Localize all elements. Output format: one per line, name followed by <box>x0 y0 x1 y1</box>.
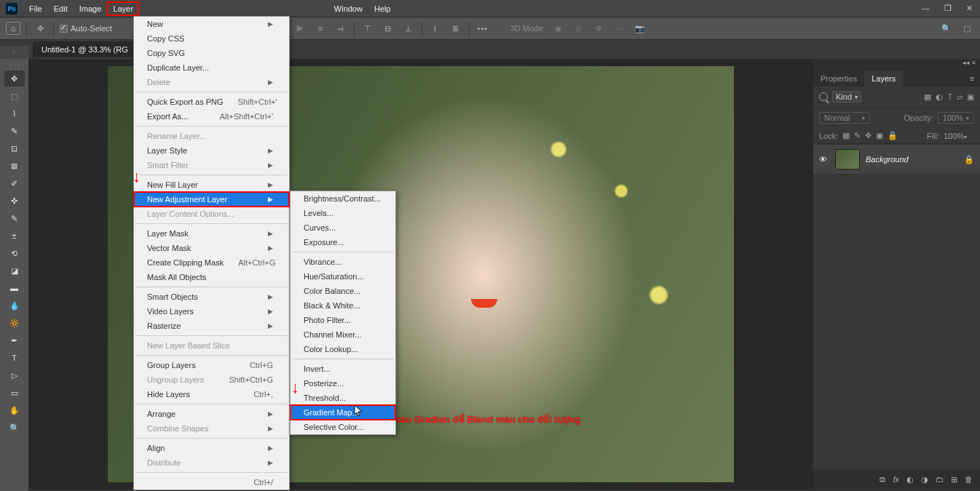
eraser-tool[interactable]: ◪ <box>4 263 25 279</box>
dodge-tool[interactable]: 🔆 <box>4 315 25 331</box>
align-right-icon[interactable]: ⫤ <box>333 21 348 36</box>
blend-mode-dropdown[interactable]: Normal▾ <box>819 112 870 124</box>
submenu-item-invert-[interactable]: Invert... <box>291 362 395 376</box>
crop-tool[interactable]: ⊡ <box>4 140 25 156</box>
distribute-v-icon[interactable]: ≣ <box>448 21 463 36</box>
home-button[interactable]: ⌂ <box>6 22 20 35</box>
menu-window[interactable]: Window <box>328 1 368 16</box>
document-tab[interactable]: Untitled-1 @ 33.3% (RG <box>33 41 138 57</box>
submenu-item-color-lookup-[interactable]: Color Lookup... <box>291 342 395 356</box>
align-top-icon[interactable]: ⊤ <box>360 21 375 36</box>
eyedropper-tool[interactable]: ✐ <box>4 175 25 191</box>
menu-item-export-as-[interactable]: Export As...Alt+Shift+Ctrl+' <box>134 109 289 124</box>
3d-roll-icon[interactable]: ◎ <box>572 21 586 36</box>
menu-item-align[interactable]: Align▶ <box>134 441 289 455</box>
history-brush-tool[interactable]: ⟲ <box>4 245 25 261</box>
brush-tool[interactable]: ✎ <box>4 210 25 226</box>
menu-item-create-clipping-mask[interactable]: Create Clipping MaskAlt+Ctrl+G <box>134 255 289 270</box>
3d-camera-icon[interactable]: 📷 <box>633 21 647 36</box>
submenu-item-channel-mixer-[interactable]: Channel Mixer... <box>291 327 395 342</box>
opacity-input[interactable]: 100%▾ <box>938 112 974 124</box>
marquee-tool[interactable]: ⬚ <box>4 88 25 104</box>
lock-artboard-icon[interactable]: ▣ <box>876 131 883 140</box>
tab-layers[interactable]: Layers <box>864 71 903 87</box>
tab-properties[interactable]: Properties <box>813 71 864 87</box>
menu-item-new-fill-layer[interactable]: New Fill Layer▶ <box>134 177 289 192</box>
auto-select-checkbox[interactable]: Auto-Select <box>60 24 112 33</box>
fill-input[interactable]: 100%▾ <box>944 132 974 140</box>
new-layer-icon[interactable]: ⊞ <box>951 475 957 484</box>
shape-tool[interactable]: ▭ <box>4 385 25 401</box>
align-center-h-icon[interactable]: ≡ <box>313 21 328 36</box>
distribute-h-icon[interactable]: ⫴ <box>428 21 443 36</box>
menu-help[interactable]: Help <box>368 1 397 16</box>
menu-item-rasterize[interactable]: Rasterize▶ <box>134 319 289 333</box>
menu-item-hide-layers[interactable]: Hide LayersCtrl+, <box>134 387 289 402</box>
3d-slide-icon[interactable]: ↔ <box>612 21 627 36</box>
submenu-item-curves-[interactable]: Curves... <box>291 220 395 235</box>
submenu-item-color-balance-[interactable]: Color Balance... <box>291 284 395 298</box>
lock-pixels-icon[interactable]: ✎ <box>854 131 861 140</box>
align-bottom-icon[interactable]: ⊥ <box>401 21 416 36</box>
menu-item-partial[interactable]: Ctrl+/ <box>134 475 289 490</box>
panel-dock-handle[interactable]: ›› <box>11 50 17 54</box>
mask-icon[interactable]: ◐ <box>906 475 914 484</box>
panel-collapse[interactable]: ◂◂ ≡ <box>813 59 980 69</box>
menu-item-group-layers[interactable]: Group LayersCtrl+G <box>134 358 289 372</box>
pen-tool[interactable]: ✒ <box>4 332 25 348</box>
submenu-item-levels-[interactable]: Levels... <box>291 206 395 220</box>
move-tool[interactable]: ✥ <box>4 71 25 87</box>
filter-shape-icon[interactable]: ▱ <box>957 92 963 102</box>
menu-image[interactable]: Image <box>74 1 108 16</box>
submenu-item-threshold-[interactable]: Threshold... <box>291 391 395 405</box>
3d-pan-icon[interactable]: ✥ <box>592 21 606 36</box>
submenu-item-exposure-[interactable]: Exposure... <box>291 235 395 250</box>
fx-icon[interactable]: fx <box>893 475 899 484</box>
tool-handle[interactable]: ⋮⋮ <box>4 62 25 69</box>
filter-smart-icon[interactable]: ▣ <box>967 92 974 102</box>
layer-lock-icon[interactable]: 🔒 <box>964 155 974 164</box>
close-button[interactable]: ✕ <box>959 1 980 16</box>
align-middle-icon[interactable]: ⊟ <box>381 21 395 36</box>
healing-tool[interactable]: ✜ <box>4 193 25 209</box>
menu-item-smart-objects[interactable]: Smart Objects▶ <box>134 290 289 304</box>
filter-search-icon[interactable] <box>819 92 828 101</box>
minimize-button[interactable]: — <box>914 1 937 16</box>
group-icon[interactable]: 🗀 <box>936 475 944 484</box>
menu-layer[interactable]: Layer <box>107 1 139 16</box>
submenu-item-brightness-contrast-[interactable]: Brightness/Contrast... <box>291 191 395 206</box>
submenu-item-gradient-map-[interactable]: Gradient Map... <box>291 405 395 420</box>
lasso-tool[interactable]: ⌇ <box>4 105 25 121</box>
menu-item-quick-export-as-png[interactable]: Quick Export as PNGShift+Ctrl+' <box>134 95 289 109</box>
restore-button[interactable]: ❐ <box>937 1 959 16</box>
more-options-icon[interactable]: ••• <box>475 21 490 36</box>
menu-item-mask-all-objects[interactable]: Mask All Objects <box>134 270 289 284</box>
menu-item-video-layers[interactable]: Video Layers▶ <box>134 304 289 319</box>
align-left-icon[interactable]: ⊫ <box>293 21 307 36</box>
submenu-item-photo-filter-[interactable]: Photo Filter... <box>291 313 395 327</box>
visibility-icon[interactable]: 👁 <box>819 155 829 164</box>
zoom-tool[interactable]: 🔍 <box>4 420 25 436</box>
lock-transparent-icon[interactable]: ▦ <box>842 131 850 140</box>
filter-pixel-icon[interactable]: ▦ <box>924 92 931 102</box>
search-icon[interactable]: 🔍 <box>939 21 954 36</box>
menu-item-arrange[interactable]: Arrange▶ <box>134 407 289 421</box>
menu-file[interactable]: File <box>23 1 48 16</box>
submenu-item-posterize-[interactable]: Posterize... <box>291 376 395 391</box>
path-select-tool[interactable]: ▷ <box>4 367 25 383</box>
menu-item-copy-css[interactable]: Copy CSS <box>134 31 289 46</box>
stamp-tool[interactable]: ± <box>4 228 25 244</box>
adjustment-icon[interactable]: ◑ <box>921 475 928 484</box>
layer-row-background[interactable]: 👁 Background 🔒 <box>813 144 980 175</box>
menu-item-duplicate-layer-[interactable]: Duplicate Layer... <box>134 60 289 75</box>
submenu-item-selective-color-[interactable]: Selective Color... <box>291 420 395 434</box>
blur-tool[interactable]: 💧 <box>4 298 25 314</box>
delete-icon[interactable]: 🗑 <box>965 475 973 484</box>
panel-menu-icon[interactable]: ≡ <box>964 71 980 87</box>
submenu-item-vibrance-[interactable]: Vibrance... <box>291 255 395 269</box>
menu-item-layer-mask[interactable]: Layer Mask▶ <box>134 226 289 241</box>
submenu-item-hue-saturation-[interactable]: Hue/Saturation... <box>291 269 395 284</box>
menu-item-vector-mask[interactable]: Vector Mask▶ <box>134 241 289 255</box>
lock-position-icon[interactable]: ✥ <box>865 131 872 140</box>
gradient-tool[interactable]: ▬ <box>4 280 25 296</box>
